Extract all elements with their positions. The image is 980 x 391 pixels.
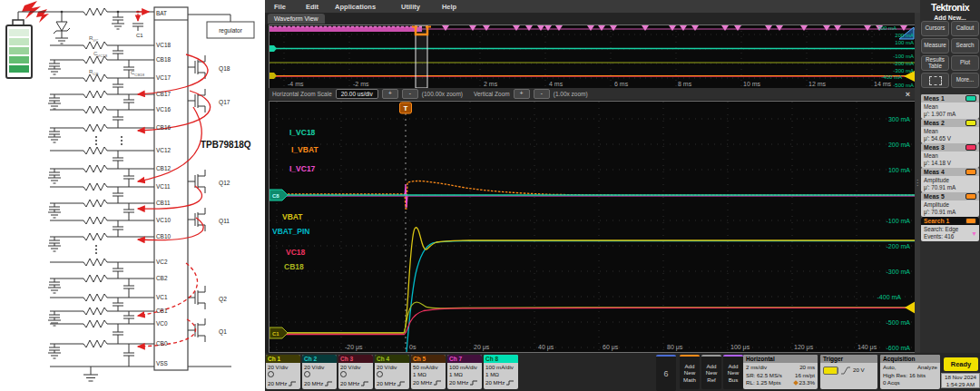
- svg-text:12 ms: 12 ms: [808, 81, 827, 87]
- mosfet-label: Q1: [219, 328, 227, 336]
- channel-marker-ch8[interactable]: C8: [270, 190, 288, 200]
- close-zoom-icon[interactable]: ×: [906, 90, 910, 99]
- measure-button[interactable]: Measure: [921, 38, 949, 54]
- meas-badge-2[interactable]: Meas 2 Meanμ': 54.65 V: [921, 119, 979, 143]
- pin-label: BAT: [156, 10, 167, 16]
- pin-label: CB2: [156, 275, 168, 281]
- resistor-ladder: [83, 8, 107, 347]
- v-zoom-in-button[interactable]: +: [514, 89, 530, 99]
- meas4-source-pill: [965, 169, 976, 175]
- menu-bar: File Edit Applications Utility Help: [265, 0, 920, 13]
- svg-text:140 μs: 140 μs: [858, 344, 877, 351]
- overview-grid: [270, 25, 916, 89]
- ccb18-label: CCB18: [131, 70, 145, 77]
- svg-text:100 μs: 100 μs: [730, 344, 750, 351]
- overview-x-ticks: -4 ms -2 ms 2 ms 4 ms 6 ms 8 ms 10 ms 12…: [288, 81, 892, 87]
- balancing-mosfets: [188, 55, 205, 342]
- search-badge-1[interactable]: Search 1 Search: EdgeEvents: 416▼: [921, 217, 979, 241]
- plot-button[interactable]: Plot: [951, 55, 979, 71]
- vertical-zoom-label: Vertical Zoom: [474, 91, 510, 97]
- trace-label-vbat: VBAT: [282, 212, 303, 221]
- menu-applications[interactable]: Applications: [335, 3, 376, 11]
- pin-label: CB10: [156, 233, 171, 239]
- add-new-ref-button[interactable]: Add New Ref: [701, 355, 721, 389]
- trigger-panel[interactable]: Trigger 20 V: [820, 355, 877, 389]
- pin-label: VC0: [156, 320, 168, 327]
- v-zoom-out-button[interactable]: -: [534, 89, 550, 99]
- h-zoom-in-button[interactable]: +: [382, 89, 398, 99]
- horizontal-panel[interactable]: Horizontal 2 ms/div20 ms SR: 62.5 MS/s16…: [743, 355, 818, 389]
- waveform-overview[interactable]: -4 ms -2 ms 2 ms 4 ms 6 ms 8 ms 10 ms 12…: [269, 24, 917, 90]
- callout-button[interactable]: Callout: [951, 21, 979, 36]
- datetime-display: 18 Nov 2024 1:54:29 AM: [941, 373, 980, 388]
- horizontal-zoom-scale-label: Horizontal Zoom Scale: [272, 91, 332, 97]
- add-new-math-button[interactable]: Add New Math: [680, 355, 700, 389]
- draw-a-box-icon: [929, 76, 942, 85]
- zoom-toolbar: Horizontal Zoom Scale 20.00 us/div + - (…: [269, 88, 916, 100]
- h-zoom-out-button[interactable]: -: [402, 89, 418, 99]
- meas-badge-1[interactable]: Meas 1 Meanμ': 1.907 mA: [921, 94, 979, 119]
- channel-badge-ch5[interactable]: Ch 5 50 mA/div1 MΩ20 MHz: [411, 355, 446, 389]
- channel-badge-ch8[interactable]: Ch 8 100 mA/div1 MΩ20 MHz: [484, 355, 518, 389]
- svg-text:-300 mA: -300 mA: [887, 269, 911, 275]
- cursors-button[interactable]: Cursors: [921, 21, 949, 36]
- menu-file[interactable]: File: [274, 3, 286, 11]
- channel-badge-ch2[interactable]: Ch 2 20 V/div20 MHz: [302, 355, 337, 389]
- channel-badge-ch7[interactable]: Ch 7 100 mA/div1 MΩ20 MHz: [447, 355, 482, 389]
- pin-label: VC12: [156, 147, 171, 153]
- horizontal-zoom-scale-value[interactable]: 20.00 us/div: [336, 89, 378, 99]
- trigger-marker[interactable]: T: [400, 103, 412, 113]
- meas5-source-pill: [965, 193, 976, 200]
- tab-waveform-view[interactable]: Waveform View: [268, 14, 325, 24]
- meas-badge-5[interactable]: Meas 5 Amplitudeμ': 70.91 mA: [921, 192, 979, 217]
- date-text: 18 Nov 2024: [942, 374, 979, 381]
- svg-text:-200 mA: -200 mA: [893, 61, 914, 66]
- svg-text:-100 mA: -100 mA: [887, 218, 911, 224]
- svg-text:120 μs: 120 μs: [794, 344, 814, 351]
- svg-text:200 mA: 200 mA: [888, 142, 910, 148]
- bandwidth-icon: [361, 381, 368, 386]
- svg-text:40 μs: 40 μs: [538, 344, 554, 351]
- channel-badge-ch1[interactable]: Ch 1 20 V/div20 MHz: [266, 355, 300, 389]
- channel-badge-ch4[interactable]: Ch 4 20 V/div20 MHz: [375, 355, 409, 389]
- trace-cb18: [270, 302, 916, 333]
- pin-label: CB11: [156, 200, 171, 206]
- regulator-label: regulator: [219, 27, 242, 34]
- pin-label: VC2: [156, 259, 168, 265]
- meas-badge-3[interactable]: Meas 3 Meanμ': 14.18 V: [921, 143, 979, 168]
- channel-marker-ch1[interactable]: C1: [270, 327, 288, 338]
- menu-help[interactable]: Help: [442, 3, 456, 11]
- channel-badge-ch3[interactable]: Ch 3 20 V/div20 MHz: [338, 355, 373, 389]
- svg-text:100 mA: 100 mA: [888, 167, 910, 173]
- search1-source-pill: [965, 218, 976, 224]
- trace-vbat: [270, 228, 916, 333]
- add-new-bus-button[interactable]: Add New Bus: [723, 355, 743, 389]
- pin-label: VC16: [156, 106, 171, 112]
- pin-label: VSS: [156, 360, 168, 367]
- main-x-ticks: -20 μs 0s 20 μs 40 μs 60 μs 80 μs 100 μs…: [345, 344, 877, 351]
- zoom-waveform-view[interactable]: T C8 C1 I_VC18 I_VBAT I_VC17 VBAT: [269, 101, 917, 353]
- meas-badge-4[interactable]: Meas 4 Amplitudeμ': 70.91 mA: [921, 168, 979, 192]
- pin-label: CB18: [156, 56, 171, 63]
- mosfet-label: Q2: [219, 296, 227, 303]
- search-button[interactable]: Search: [951, 38, 979, 54]
- channel-marker-ch8-overview[interactable]: [270, 45, 277, 52]
- rising-edge-icon: [841, 367, 850, 375]
- svg-text:14 ms: 14 ms: [874, 81, 892, 87]
- more-button[interactable]: More...: [951, 73, 979, 88]
- menu-edit[interactable]: Edit: [306, 3, 318, 11]
- pin-label: VC10: [156, 217, 171, 223]
- bandwidth-icon: [470, 380, 477, 386]
- pin-label: VC1: [156, 294, 168, 300]
- group-badge[interactable]: 6: [656, 355, 676, 391]
- results-table-button[interactable]: Results Table: [921, 55, 949, 71]
- menu-utility[interactable]: Utility: [401, 3, 420, 11]
- meas3-source-pill: [965, 144, 976, 151]
- acquisition-panel[interactable]: Acquisition Auto,Analyze High Res: 16 bi…: [880, 355, 940, 389]
- tektronix-logo: Tektronix: [920, 0, 980, 13]
- tab-row: Waveform View: [265, 13, 920, 24]
- svg-text:60 μs: 60 μs: [603, 344, 619, 351]
- v-zoom-factor: (1.00x zoom): [554, 91, 588, 97]
- draw-a-box-button[interactable]: [921, 73, 949, 88]
- svg-text:8 ms: 8 ms: [678, 81, 692, 87]
